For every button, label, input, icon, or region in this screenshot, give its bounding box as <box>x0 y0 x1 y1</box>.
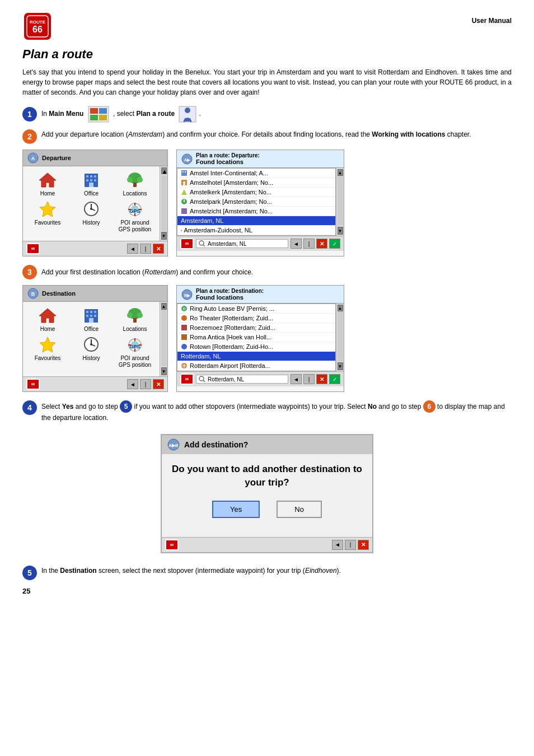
pipe-btn[interactable]: | <box>140 244 151 254</box>
step-1-circle: 1 <box>22 107 37 122</box>
locations-icon-cell[interactable]: Locations <box>115 171 155 197</box>
dest-bottom-icons: ◄ | ✕ <box>127 379 164 389</box>
found-item[interactable]: Amstelhotel [Amsterdam; No... <box>177 178 335 188</box>
found-dest-item[interactable]: R Ring Auto Lease BV [Pernis; ... <box>177 304 335 314</box>
svg-rect-8 <box>99 115 107 120</box>
dest-locations-cell[interactable]: Locations <box>115 306 155 332</box>
close-btn[interactable]: ✕ <box>153 244 164 254</box>
svg-rect-17 <box>86 175 88 178</box>
found-departure-bottom: 66 Amsterdam, NL ◄ | ✕ ✓ <box>177 236 344 251</box>
svg-rect-59 <box>94 311 96 313</box>
found-dest-item-selected[interactable]: Rotterdam, NL <box>177 352 335 361</box>
back-btn[interactable]: ◄ <box>127 244 138 254</box>
favourites-icon-cell[interactable]: Favourites <box>27 200 68 233</box>
svg-rect-7 <box>90 115 98 120</box>
add-destination-dialog: A▶B Add destination? Do you want to add … <box>161 434 373 553</box>
svg-text:66: 66 <box>32 25 43 34</box>
back-btn-4[interactable]: ◄ <box>291 374 302 384</box>
dest-office-cell[interactable]: Office <box>71 306 111 332</box>
found-dep-bottom-icons: ◄ | ✕ ✓ <box>291 239 340 249</box>
confirm-btn[interactable]: ✓ <box>329 239 340 249</box>
svg-rect-58 <box>90 311 92 313</box>
found-item-selected[interactable]: Amsterdam, NL <box>177 216 335 226</box>
step-4-circle: 4 <box>22 400 37 415</box>
svg-rect-62 <box>94 315 96 317</box>
pipe-btn-4[interactable]: | <box>303 374 315 384</box>
svg-marker-68 <box>40 337 55 352</box>
search-text-2: Rotterdam, NL <box>208 376 244 382</box>
svg-point-27 <box>137 177 143 183</box>
close-btn-5[interactable]: ✕ <box>358 540 369 550</box>
dialog-title-text: Add destination? <box>184 440 248 449</box>
svg-text:GPS: GPS <box>129 208 140 214</box>
gps-icon-cell[interactable]: GPS POI aroundGPS position <box>115 200 155 233</box>
found-dest-item[interactable]: Roezemoez [Rotterdam; Zuid... <box>177 323 335 333</box>
found-item[interactable]: Amstelkerk [Amsterdam; No... <box>177 188 335 197</box>
dialog-buttons: Yes No <box>170 501 364 518</box>
departure-nav-icon: A <box>27 152 39 164</box>
found-departure-title: Plan a route: Departure: <box>196 152 260 158</box>
close-btn-2[interactable]: ✕ <box>316 239 327 249</box>
found-dest-item[interactable]: Rotown [Rotterdam; Zuid-Ho... <box>177 342 335 352</box>
found-item[interactable]: · Amsterdam-Zuidoost, NL <box>177 226 335 235</box>
svg-rect-50 <box>181 208 187 214</box>
pipe-btn-3[interactable]: | <box>140 379 151 389</box>
found-dest-bottom: 66 Rotterdam, NL ◄ | ✕ ✓ <box>177 371 344 386</box>
departure-title-bar: A Departure <box>23 150 167 166</box>
step-5-text: In the Destination screen, select the ne… <box>41 566 512 576</box>
no-button[interactable]: No <box>277 501 322 518</box>
svg-rect-44 <box>185 171 186 172</box>
svg-marker-28 <box>40 202 55 217</box>
svg-point-10 <box>185 108 190 113</box>
found-dest-item[interactable]: Rotterdam Airport [Rotterda... <box>177 361 335 371</box>
route66-badge-2: 66 <box>180 238 194 249</box>
step-2-screens: A Departure <box>22 150 512 256</box>
destination-screen: B Destination <box>22 285 168 392</box>
found-item[interactable]: Amstel Inter-Continental; A... <box>177 169 335 178</box>
destination-title-bar: B Destination <box>23 286 167 302</box>
back-btn-2[interactable]: ◄ <box>291 239 302 249</box>
svg-rect-61 <box>90 315 92 317</box>
home-icon-cell[interactable]: Home <box>27 171 68 197</box>
found-destination-screen: B▶ Plan a route: Destination: Found loca… <box>176 285 344 392</box>
found-item[interactable]: Amstelpark [Amsterdam; No... <box>177 197 335 207</box>
svg-marker-15 <box>39 173 56 187</box>
svg-rect-23 <box>89 183 93 187</box>
route66-logo: ROUTE 66 <box>22 11 53 41</box>
close-btn-3[interactable]: ✕ <box>153 379 164 389</box>
add-destination-container: A▶B Add destination? Do you want to add … <box>22 428 512 559</box>
step-4-text: Select Yes and go to step 5 if you want … <box>41 400 512 423</box>
svg-point-84 <box>181 315 187 321</box>
intro-paragraph: Let's say that you intend to spend your … <box>22 67 512 97</box>
dest-fav-cell[interactable]: Favourites <box>27 335 68 368</box>
pipe-btn-2[interactable]: | <box>303 239 315 249</box>
found-item[interactable]: Amstelzicht [Amsterdam; No... <box>177 207 335 216</box>
dest-history-cell[interactable]: History <box>71 335 111 368</box>
history-icon-cell[interactable]: History <box>71 200 111 233</box>
departure-search-bar[interactable]: Amsterdam, NL <box>196 239 288 248</box>
office-icon-cell[interactable]: Office <box>71 171 111 197</box>
found-departure-subtitle: Found locations <box>196 158 260 165</box>
dest-gps-cell[interactable]: GPS POI aroundGPS position <box>115 335 155 368</box>
found-dest-item[interactable]: Ro Theater [Rotterdam; Zuid... <box>177 314 335 323</box>
close-btn-4[interactable]: ✕ <box>316 374 327 384</box>
destination-icon-grid: Home <box>23 302 160 376</box>
svg-point-72 <box>90 343 92 346</box>
svg-rect-57 <box>86 311 88 313</box>
back-btn-5[interactable]: ◄ <box>332 540 343 550</box>
pipe-btn-5[interactable]: | <box>345 540 356 550</box>
step-3-screens: B Destination <box>22 285 512 392</box>
destination-search-bar[interactable]: Rotterdam, NL <box>196 375 288 384</box>
svg-text:B: B <box>31 291 35 297</box>
svg-rect-49 <box>184 199 185 202</box>
dest-home-cell[interactable]: Home <box>27 306 68 332</box>
found-dep-nav-icon: A▶ <box>181 153 193 165</box>
step-3-block: 3 Add your first destination location (R… <box>22 265 512 392</box>
confirm-btn-2[interactable]: ✓ <box>329 374 340 384</box>
route66-badge: 66 <box>26 243 40 254</box>
found-dest-item[interactable]: Roma Antica [Hoek van Holl... <box>177 333 335 342</box>
svg-rect-20 <box>86 179 88 181</box>
found-dest-bottom-icons: ◄ | ✕ ✓ <box>291 374 340 384</box>
yes-button[interactable]: Yes <box>212 501 260 518</box>
back-btn-3[interactable]: ◄ <box>127 379 138 389</box>
